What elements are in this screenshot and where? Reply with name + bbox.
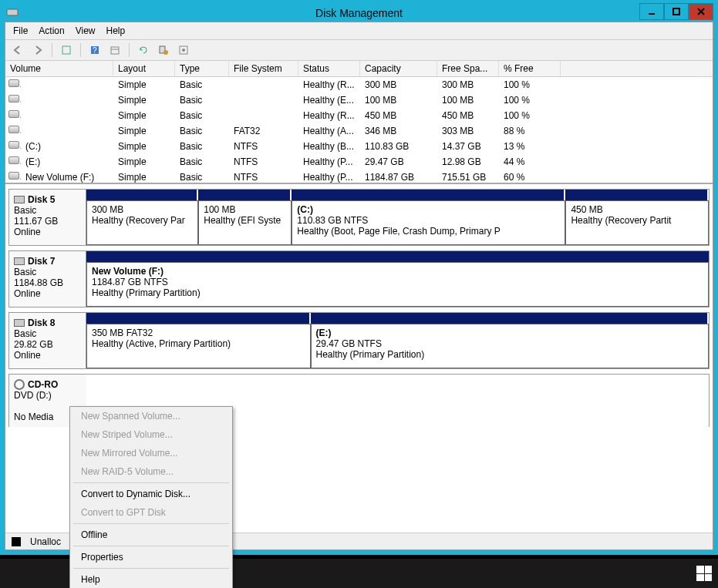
disk-name: Disk 7 (28, 256, 55, 267)
ctx-properties[interactable]: Properties (70, 548, 232, 566)
partition[interactable]: 100 MBHealthy (EFI Syste (198, 200, 292, 245)
menu-action[interactable]: Action (39, 25, 64, 36)
col-layout[interactable]: Layout (113, 61, 175, 76)
menu-view[interactable]: View (76, 25, 96, 36)
menu-file[interactable]: File (13, 25, 28, 36)
cdrom-icon (14, 379, 25, 390)
col-volume[interactable]: Volume (5, 61, 113, 76)
svg-text:?: ? (93, 46, 97, 55)
table-row[interactable]: SimpleBasicFAT32Healthy (A...346 MB303 M… (5, 123, 713, 139)
partition[interactable]: 300 MBHealthy (Recovery Par (86, 200, 198, 245)
disk-type: Basic (14, 328, 81, 339)
table-row[interactable]: (C:)SimpleBasicNTFSHealthy (B...110.83 G… (5, 139, 713, 154)
back-icon[interactable] (10, 42, 25, 58)
forward-icon[interactable] (30, 42, 46, 58)
ctx-convert-dynamic[interactable]: Convert to Dynamic Disk... (70, 485, 232, 503)
svg-rect-5 (62, 46, 70, 54)
disk-icon (14, 257, 25, 265)
col-status[interactable]: Status (298, 61, 360, 76)
volume-icon (8, 95, 19, 102)
partition-e[interactable]: (E:)29.47 GB NTFSHealthy (Primary Partit… (311, 324, 709, 368)
disk-state: Online (14, 350, 81, 361)
table-row[interactable]: SimpleBasicHealthy (E...100 MB100 MB100 … (5, 92, 713, 108)
col-free[interactable]: Free Spa... (437, 61, 499, 76)
svg-point-13 (182, 49, 185, 52)
disk-size: 29.82 GB (14, 339, 81, 350)
col-pct[interactable]: % Free (499, 61, 561, 76)
disk-state: Online (14, 227, 81, 237)
table-row[interactable]: SimpleBasicHealthy (R...450 MB450 MB100 … (5, 108, 713, 123)
windows-logo-icon[interactable] (696, 566, 712, 581)
ctx-convert-gpt: Convert to GPT Disk (70, 503, 232, 522)
menu-help[interactable]: Help (106, 25, 126, 36)
properties-icon[interactable] (156, 42, 171, 58)
partition-c[interactable]: (C:)110.83 GB NTFSHealthy (Boot, Page Fi… (292, 200, 565, 245)
disk-type: Basic (14, 267, 81, 277)
ctx-offline[interactable]: Offline (70, 526, 232, 544)
toolbar: ? (5, 40, 713, 61)
ctx-new-spanned: New Spanned Volume... (70, 407, 232, 425)
volume-icon (8, 126, 19, 133)
disk-name: Disk 8 (28, 318, 55, 328)
volume-icon (8, 156, 19, 164)
calendar-icon[interactable] (107, 42, 123, 58)
maximize-button[interactable] (664, 3, 689, 20)
help-icon[interactable]: ? (87, 42, 103, 58)
ctx-new-striped: New Striped Volume... (70, 425, 232, 444)
svg-rect-0 (7, 9, 18, 15)
disk-row-5[interactable]: Disk 5 Basic 111.67 GB Online 300 MBHeal… (8, 189, 710, 246)
svg-rect-2 (673, 8, 679, 15)
col-capacity[interactable]: Capacity (360, 61, 437, 76)
disk-state: Online (14, 288, 81, 299)
menubar: File Action View Help (5, 22, 713, 40)
grid-icon[interactable] (59, 42, 74, 58)
disk-name: Disk 5 (28, 194, 55, 205)
disk-size: 1184.88 GB (14, 277, 81, 288)
table-row[interactable]: SimpleBasicHealthy (R...300 MB300 MB100 … (5, 77, 713, 92)
ctx-help[interactable]: Help (70, 570, 232, 588)
app-icon (6, 6, 19, 18)
minimize-button[interactable] (639, 3, 664, 20)
partition[interactable]: 450 MBHealthy (Recovery Partit (565, 200, 709, 245)
partition[interactable]: 350 MB FAT32Healthy (Active, Primary Par… (86, 324, 311, 368)
context-menu: New Spanned Volume... New Striped Volume… (69, 406, 233, 588)
refresh-icon[interactable] (136, 42, 151, 58)
col-fs[interactable]: File System (229, 61, 298, 76)
ctx-new-raid5: New RAID-5 Volume... (70, 462, 232, 481)
legend-swatch-unallocated (12, 537, 21, 546)
volume-icon (8, 141, 19, 149)
svg-rect-8 (111, 47, 119, 54)
disk-row-8[interactable]: Disk 8 Basic 29.82 GB Online 350 MB FAT3… (8, 312, 710, 369)
disk-type: Basic (14, 205, 81, 216)
volume-icon (8, 79, 19, 87)
close-button[interactable] (689, 3, 713, 20)
svg-point-11 (163, 50, 168, 55)
disk-size: 111.67 GB (14, 216, 81, 227)
window-title: Disk Management (315, 7, 403, 19)
disk-row-7[interactable]: Disk 7 Basic 1184.88 GB Online New Volum… (8, 250, 710, 307)
col-type[interactable]: Type (175, 61, 229, 76)
table-row[interactable]: (E:)SimpleBasicNTFSHealthy (P...29.47 GB… (5, 154, 713, 170)
partition-f[interactable]: New Volume (F:)1184.87 GB NTFSHealthy (P… (86, 262, 709, 307)
volume-list: Volume Layout Type File System Status Ca… (5, 61, 713, 184)
volume-icon (8, 172, 19, 180)
ctx-new-mirrored: New Mirrored Volume... (70, 444, 232, 462)
disk-icon (14, 196, 25, 203)
settings-icon[interactable] (176, 42, 191, 58)
disk-icon (14, 319, 25, 327)
disk-type: DVD (D:) (14, 390, 82, 401)
disk-name: CD-RO (28, 379, 58, 390)
legend-label-unallocated: Unalloc (30, 536, 61, 547)
volume-icon (8, 110, 19, 118)
table-row[interactable]: New Volume (F:)SimpleBasicNTFSHealthy (P… (5, 170, 713, 184)
